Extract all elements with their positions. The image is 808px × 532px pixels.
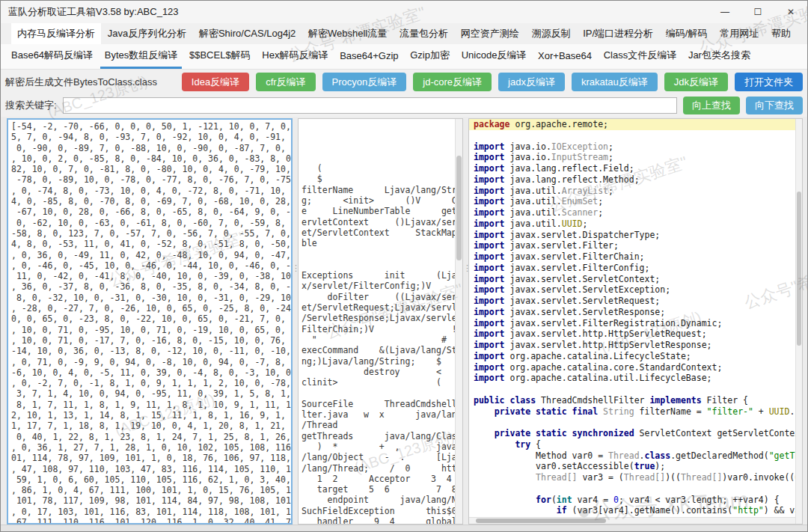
code-vscroll-thumb[interactable] <box>797 192 801 346</box>
code-line: import org.apache.catalina.util.Lifecycl… <box>469 373 795 384</box>
code-line <box>469 130 795 141</box>
code-line: try { <box>469 439 795 450</box>
sub-tab[interactable]: Base64+Gzip <box>335 44 403 69</box>
menu-tab[interactable]: 解密Webshell流量 <box>302 23 393 44</box>
code-line: import javax.servlet.ServletRequest; <box>469 296 795 307</box>
output-file-label: 解密后生成文件BytesToClass.class <box>5 76 157 89</box>
code-line: import javax.servlet.Filter; <box>469 240 795 251</box>
constant-pool-text[interactable]: ( $ filterName Ljava/lang/Strin g; <init… <box>299 119 462 525</box>
code-vertical-scrollbar[interactable] <box>795 119 802 524</box>
sub-tab[interactable]: Bytes数组反编译 <box>100 44 183 69</box>
sub-tab[interactable]: Unicode反编译 <box>457 44 531 69</box>
code-hscroll-thumb[interactable] <box>476 519 606 523</box>
constant-pool-panel[interactable]: ( $ filterName Ljava/lang/Strin g; <init… <box>298 118 463 525</box>
code-line: import java.util.EnumSet; <box>469 196 795 207</box>
sub-tab[interactable]: Hex解码反编译 <box>257 44 332 69</box>
decompiler-button[interactable]: Idea反编译 <box>182 73 249 91</box>
search-up-button[interactable]: 向上查找 <box>683 97 740 114</box>
code-line: if (var3[var4].getName().contains("http"… <box>469 505 795 516</box>
code-line: import javax.servlet.ServletResponse; <box>469 307 795 318</box>
decompiler-button[interactable]: jd-core反编译 <box>413 73 492 91</box>
splitter-handle-right[interactable]: ⋮ <box>463 266 468 292</box>
sub-tab[interactable]: Jar包类名搜索 <box>684 44 755 69</box>
sub-tabs: Base64解码反编译Bytes数组反编译$$BCEL$解码Hex解码反编译Ba… <box>1 44 807 70</box>
title-bar: 蓝队分析取证工具箱V3.58 by:ABC_123 — ☐ ✕ <box>1 1 807 23</box>
splitter-handle-left[interactable]: ⋮ <box>292 266 296 292</box>
maximize-button[interactable]: ☐ <box>741 1 774 23</box>
window-title: 蓝队分析取证工具箱V3.58 by:ABC_123 <box>1 5 708 19</box>
sub-tab[interactable]: Class文件反编译 <box>599 44 682 69</box>
window-controls: — ☐ ✕ <box>708 1 807 23</box>
menu-tab[interactable]: Java反序列化分析 <box>102 23 192 44</box>
code-line: import javax.servlet.ServletException; <box>469 284 795 296</box>
code-line: Method var0 = Thread.class.getDeclaredMe… <box>469 450 795 462</box>
menu-tab[interactable]: 流量包分析 <box>394 23 454 44</box>
code-line: package org.apache.remote; <box>469 119 795 130</box>
decompiler-button[interactable]: 打开文件夹 <box>735 73 803 91</box>
code-line: public class ThreadCmdshellFilter implem… <box>469 395 795 406</box>
menu-tab[interactable]: 编码/解码 <box>660 23 714 44</box>
code-line: var0.setAccessible(true); <box>469 461 795 472</box>
code-line: private static synchronized ServletConte… <box>469 428 795 439</box>
decompiler-button[interactable]: jadx反编译 <box>498 73 565 91</box>
bytes-array-panel[interactable]: [-54, -2, -70, -66, 0, 0, 0, 50, 1, -121… <box>7 118 293 525</box>
close-button[interactable]: ✕ <box>774 1 807 23</box>
menu-tab[interactable]: 解密Shiro/CAS/Log4j2 <box>193 23 302 44</box>
pool-vertical-scrollbar[interactable] <box>455 119 462 524</box>
menu-tab[interactable]: IP/端口进程分析 <box>577 23 659 44</box>
sub-tab[interactable]: Gzip加密 <box>405 44 454 69</box>
code-line: import java.io.InputStream; <box>469 152 795 163</box>
code-line: import java.lang.reflect.Method; <box>469 174 795 186</box>
decompile-toolbar: 解密后生成文件BytesToClass.class Idea反编译cfr反编译P… <box>1 70 807 94</box>
code-line: import org.apache.catalina.LifecycleStat… <box>469 351 795 362</box>
code-line: import java.util.Scanner; <box>469 207 795 218</box>
decompiler-button[interactable]: Jdk反编译 <box>664 73 728 91</box>
minimize-button[interactable]: — <box>708 1 741 23</box>
code-line: import java.util.UUID; <box>469 218 795 230</box>
app-window: { "window": { "title": "蓝队分析取证工具箱V3.58 b… <box>0 0 808 532</box>
code-line: import java.util.ArrayList; <box>469 186 795 197</box>
code-line: import javax.servlet.http.HttpServletRes… <box>469 340 795 351</box>
code-line: import java.lang.reflect.Field; <box>469 163 795 174</box>
sub-tab[interactable]: $$BCEL$解码 <box>185 44 255 69</box>
code-line: import org.apache.catalina.core.Standard… <box>469 362 795 373</box>
source-code-panel[interactable]: package org.apache.remote; import java.i… <box>468 118 803 525</box>
code-line <box>469 483 795 495</box>
menu-tab[interactable]: 溯源反制 <box>525 23 576 44</box>
main-menu-tabs: 内存马反编译分析Java反序列化分析解密Shiro/CAS/Log4j2解密We… <box>1 23 807 44</box>
code-content[interactable]: package org.apache.remote; import java.i… <box>469 119 795 517</box>
menu-tab[interactable]: 帮助 <box>765 23 797 44</box>
code-line: import javax.servlet.FilterConfig; <box>469 263 795 274</box>
search-down-button[interactable]: 向下查找 <box>746 97 803 114</box>
search-keyword-label: 搜索关键字: <box>5 99 57 112</box>
decompiler-button[interactable]: Procyon反编译 <box>322 73 407 91</box>
code-line <box>469 384 795 395</box>
window-bottom-strip <box>1 525 807 531</box>
bytes-array-text[interactable]: [-54, -2, -70, -66, 0, 0, 0, 50, 1, -121… <box>8 120 291 525</box>
code-line: import javax.servlet.http.HttpServletReq… <box>469 328 795 340</box>
code-line: for(int var4 = 0; var4 < var3.length; ++… <box>469 495 795 506</box>
search-input[interactable] <box>63 97 677 114</box>
code-line: import javax.servlet.FilterChain; <box>469 251 795 263</box>
code-line: import javax.servlet.ServletContext; <box>469 274 795 285</box>
code-line: import javax.servlet.DispatcherType; <box>469 230 795 241</box>
code-line: import java.io.IOException; <box>469 141 795 153</box>
menu-tab[interactable]: 内存马反编译分析 <box>11 23 101 44</box>
decompiler-buttons: Idea反编译cfr反编译Procyon反编译jd-core反编译jadx反编译… <box>182 73 803 91</box>
sub-tab[interactable]: Base64解码反编译 <box>7 44 97 69</box>
decompiler-button[interactable]: krakatau反编译 <box>572 73 658 91</box>
sub-tab[interactable]: Xor+Base64 <box>533 44 596 69</box>
code-line: Thread[] var3 = (Thread[])((Thread[])var… <box>469 472 795 483</box>
search-row: 搜索关键字: 向上查找 向下查找 <box>1 94 807 117</box>
menu-tab[interactable]: 网空资产测绘 <box>455 23 525 44</box>
decompiler-button[interactable]: cfr反编译 <box>256 73 315 91</box>
code-line: private static final String filterName =… <box>469 406 795 418</box>
code-horizontal-scrollbar[interactable] <box>469 517 795 524</box>
menu-tab[interactable]: 常用网址 <box>714 23 765 44</box>
code-line <box>469 417 795 428</box>
code-line: import javax.servlet.FilterRegistration.… <box>469 318 795 329</box>
pool-scroll-thumb[interactable] <box>456 156 462 261</box>
